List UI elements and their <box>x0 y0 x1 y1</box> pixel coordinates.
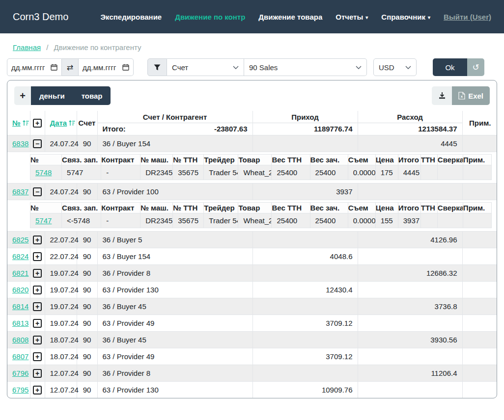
expand-row-toggle[interactable]: + <box>33 352 42 361</box>
apply-group: Ok ↺ <box>433 58 484 76</box>
row-account: 90 <box>77 332 97 348</box>
subtable-header-cell: № ТТН <box>173 155 204 165</box>
shipment-cell: 35675 <box>173 165 204 180</box>
row-income: 10909.76 <box>252 382 358 398</box>
row-expand-cell: + <box>30 232 45 248</box>
row-note <box>462 184 497 200</box>
row-id-link[interactable]: 6796 <box>12 369 28 377</box>
collapse-row-toggle[interactable]: − <box>33 139 42 148</box>
breadcrumb: Главная / Движение по контрагенту <box>0 33 504 52</box>
subtable-header-cell: № <box>30 203 62 213</box>
goods-tab[interactable]: товар <box>73 86 111 105</box>
nav-item-directory[interactable]: Справочник▾ <box>381 13 430 21</box>
row-contragent: 63 / Buyer 154 <box>97 248 252 265</box>
shipment-cell: 25400 <box>310 213 348 228</box>
header-date-label: Дата <box>50 119 67 127</box>
header-expand-all-column: + <box>30 111 45 135</box>
row-id-link[interactable]: 6808 <box>12 336 28 344</box>
expand-all-toggle[interactable]: + <box>33 119 42 128</box>
chevron-down-icon <box>356 66 362 69</box>
collapse-row-toggle[interactable]: − <box>33 187 42 196</box>
movement-row: 6795+12.07.249063 / Provider 13010909.76 <box>7 382 497 398</box>
add-button[interactable]: + <box>14 86 31 105</box>
row-id-link[interactable]: 6837 <box>12 187 28 196</box>
expand-row-toggle[interactable]: + <box>33 336 42 344</box>
nav-item-goods-movement[interactable]: Движение товара <box>258 13 322 21</box>
date-from-input[interactable]: дд.мм.гггг <box>7 58 62 76</box>
row-contragent: 36 / Buyer 154 <box>97 135 252 152</box>
row-expand-cell: + <box>30 365 45 382</box>
nav-item-expedition[interactable]: Экспедирование <box>100 13 162 21</box>
shipment-cell <box>437 165 463 180</box>
subtable-header-cell: Вес ТТН <box>272 155 310 165</box>
svg-text:x: x <box>461 94 463 99</box>
header-id-column: № <box>7 111 30 135</box>
row-note <box>462 315 497 332</box>
row-expense: 4445 <box>358 135 462 152</box>
row-expense: 11206.4 <box>358 365 462 382</box>
row-id-link[interactable]: 6824 <box>12 252 28 261</box>
row-id-link[interactable]: 6838 <box>12 139 28 148</box>
expand-row-toggle[interactable]: + <box>33 286 42 294</box>
row-income <box>252 135 358 152</box>
breadcrumb-separator: / <box>46 43 48 52</box>
excel-button[interactable]: x Exel <box>452 86 490 105</box>
expand-row-toggle[interactable]: + <box>33 319 42 328</box>
chevron-down-icon <box>405 66 411 69</box>
logout-link[interactable]: Выйти (User) <box>444 13 491 21</box>
sort-by-id-link[interactable]: № <box>12 119 29 127</box>
movement-row: 6820+19.07.249063 / Provider 13012430.4 <box>7 282 497 298</box>
row-id-link[interactable]: 6813 <box>12 319 28 327</box>
expand-row-toggle[interactable]: + <box>33 302 42 311</box>
row-expand-cell: + <box>30 248 45 265</box>
row-id-cell: 6814 <box>7 298 30 315</box>
row-income: 4048.6 <box>252 248 358 265</box>
account-select[interactable]: 90 Sales <box>244 58 367 76</box>
row-id-link[interactable]: 6807 <box>12 352 28 361</box>
breadcrumb-home-link[interactable]: Главная <box>13 43 41 52</box>
subtable-header-cell: Товар <box>238 155 272 165</box>
account-select-value: 90 Sales <box>249 63 278 72</box>
swap-dates-button[interactable]: ⇄ <box>62 58 79 76</box>
row-id-link[interactable]: 6820 <box>12 286 28 294</box>
brand-link[interactable]: Corn3 Demo <box>13 11 68 23</box>
nav-item-reports[interactable]: Отчеты▾ <box>336 13 368 21</box>
row-date: 22.07.24 <box>45 248 77 265</box>
row-id-link[interactable]: 6814 <box>12 302 28 311</box>
ok-button[interactable]: Ok <box>433 58 467 76</box>
shipment-id-link[interactable]: 5748 <box>35 168 52 177</box>
expand-row-toggle[interactable]: + <box>33 269 42 278</box>
row-id-cell: 6795 <box>7 382 30 398</box>
row-id-link[interactable]: 6821 <box>12 269 28 277</box>
navbar: Corn3 Demo Экспедирование Движение по ко… <box>0 0 504 33</box>
row-note <box>462 232 497 248</box>
money-tab[interactable]: деньги <box>31 86 73 105</box>
row-expand-cell: + <box>30 265 45 282</box>
expand-row-toggle[interactable]: + <box>33 252 42 261</box>
download-button[interactable] <box>432 86 452 105</box>
row-contragent: 63 / Provider 49 <box>97 348 252 365</box>
row-id-cell: 6808 <box>7 332 30 348</box>
sort-by-date-link[interactable]: Дата <box>50 119 76 127</box>
filter-type-select[interactable]: Счет <box>167 58 244 76</box>
expand-row-toggle[interactable]: + <box>33 369 42 378</box>
currency-select[interactable]: USD <box>373 58 417 76</box>
row-id-link[interactable]: 6825 <box>12 236 28 244</box>
date-to-input[interactable]: дд.мм.гггг <box>79 58 134 76</box>
row-account: 90 <box>77 315 97 332</box>
row-note <box>462 298 497 315</box>
row-contragent: 36 / Provider 8 <box>97 265 252 282</box>
shipment-id-link[interactable]: 5747 <box>35 216 52 225</box>
row-id-link[interactable]: 6795 <box>12 386 28 394</box>
subtable-header-cell: ТТН <box>420 155 437 165</box>
expand-row-toggle[interactable]: + <box>33 236 42 244</box>
reset-button[interactable]: ↺ <box>467 58 484 76</box>
row-expand-cell: − <box>30 184 45 200</box>
nav-item-movement-by-contragent[interactable]: Движение по контр <box>175 13 245 21</box>
subtable-header-cell: Вес зач. <box>310 155 348 165</box>
movements-table-header: № + Дата Счет Счет / Контрагент Итого: -… <box>7 111 497 135</box>
row-expense: 12686.32 <box>358 265 462 282</box>
row-income: 3937 <box>252 184 358 200</box>
nav-item-reports-label: Отчеты <box>336 13 363 21</box>
expand-row-toggle[interactable]: + <box>33 386 42 394</box>
